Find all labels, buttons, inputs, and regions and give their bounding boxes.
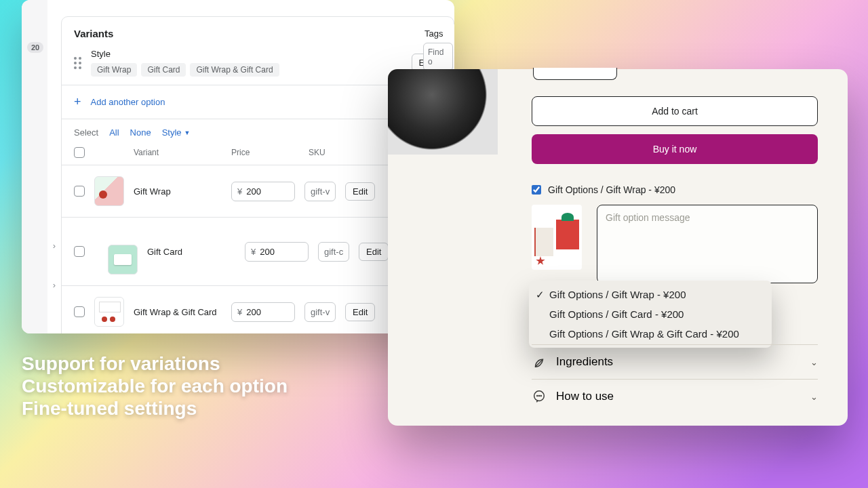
svg-point-2 <box>538 396 539 396</box>
svg-point-1 <box>537 396 538 396</box>
drag-handle-icon[interactable] <box>74 57 81 69</box>
price-input[interactable]: ¥200 <box>231 302 295 322</box>
option-values: Gift Wrap Gift Card Gift Wrap & Gift Car… <box>91 63 402 77</box>
accordion-ingredients[interactable]: Ingredients ⌄ <box>532 344 818 379</box>
option-pill: Gift Wrap <box>91 63 137 77</box>
storefront-panel: Add to cart Buy it now Gift Options / Gi… <box>388 69 848 426</box>
edit-variant-button[interactable]: Edit <box>359 243 389 261</box>
dropdown-option[interactable]: Gift Options / Gift Wrap & Gift Card - ¥… <box>529 324 772 344</box>
quantity-selector[interactable] <box>533 68 617 80</box>
gift-message-textarea[interactable]: Gift option message <box>597 205 818 283</box>
edit-variant-button[interactable]: Edit <box>345 182 375 201</box>
row-checkbox[interactable] <box>74 306 85 317</box>
sku-input[interactable]: gift-v <box>304 302 336 322</box>
accordion-title: Ingredients <box>556 355 801 369</box>
th-sku: SKU <box>309 148 349 157</box>
tagline-line: Support for variations <box>22 352 288 375</box>
th-price: Price <box>231 148 299 157</box>
price-input[interactable]: ¥200 <box>231 182 295 201</box>
product-accordion: Ingredients ⌄ How to use ⌄ <box>532 344 818 413</box>
chevron-down-icon: ⌄ <box>810 392 818 402</box>
tagline-line: Customizable for each option <box>22 375 288 397</box>
accordion-how-to-use[interactable]: How to use ⌄ <box>532 379 818 413</box>
dropdown-option[interactable]: Gift Options / Gift Wrap - ¥200 <box>529 285 772 304</box>
gift-option-checkbox[interactable] <box>532 185 541 195</box>
product-image <box>388 69 498 155</box>
buy-it-now-button[interactable]: Buy it now <box>532 134 818 164</box>
dropdown-option[interactable]: Gift Options / Gift Card - ¥200 <box>529 304 772 324</box>
variant-name: Gift Wrap & Gift Card <box>134 307 222 317</box>
sku-input[interactable]: gift-c <box>318 242 349 262</box>
svg-point-3 <box>540 396 541 396</box>
chevron-down-icon: ⌄ <box>810 357 818 367</box>
leaf-icon <box>532 354 547 369</box>
variant-thumbnail[interactable] <box>94 297 124 327</box>
accordion-title: How to use <box>556 390 801 403</box>
option-pill: Gift Wrap & Gift Card <box>190 63 279 77</box>
row-checkbox[interactable] <box>74 186 85 197</box>
gift-option-thumbnail <box>532 205 582 270</box>
select-label: Select <box>74 127 98 138</box>
gift-option-label: Gift Options / Gift Wrap - ¥200 <box>548 184 675 195</box>
edit-variant-button[interactable]: Edit <box>345 303 375 321</box>
marketing-tagline: Support for variations Customizable for … <box>22 352 288 420</box>
variant-name: Gift Card <box>147 247 235 257</box>
gift-option-checkbox-row[interactable]: Gift Options / Gift Wrap - ¥200 <box>532 184 818 195</box>
variants-heading: Variants <box>62 17 454 43</box>
tags-search-input[interactable]: Find o <box>423 43 453 71</box>
caret-down-icon: ▼ <box>184 129 191 136</box>
sku-input[interactable]: gift-v <box>304 182 336 201</box>
variant-name: Gift Wrap <box>134 186 222 197</box>
add-option-label: Add another option <box>91 97 165 107</box>
chat-icon <box>532 389 547 404</box>
option-pill: Gift Card <box>141 63 186 77</box>
count-badge: 20 <box>27 42 43 53</box>
row-checkbox[interactable] <box>74 246 85 257</box>
variant-thumbnail[interactable] <box>94 176 124 206</box>
option-name: Style <box>91 49 402 59</box>
style-filter-dropdown[interactable]: Style▼ <box>162 127 191 138</box>
gift-option-dropdown[interactable]: Gift Options / Gift Wrap - ¥200 Gift Opt… <box>529 281 772 348</box>
tagline-line: Fine-tuned settings <box>22 397 288 420</box>
price-input[interactable]: ¥200 <box>245 242 309 262</box>
th-variant: Variant <box>134 148 222 157</box>
select-none-link[interactable]: None <box>130 127 151 138</box>
variant-thumbnail[interactable] <box>108 245 138 274</box>
select-all-link[interactable]: All <box>109 127 119 138</box>
add-to-cart-button[interactable]: Add to cart <box>532 96 818 126</box>
plus-icon: + <box>74 95 81 109</box>
select-all-checkbox[interactable] <box>74 147 85 158</box>
tags-label: Tags <box>423 24 454 43</box>
